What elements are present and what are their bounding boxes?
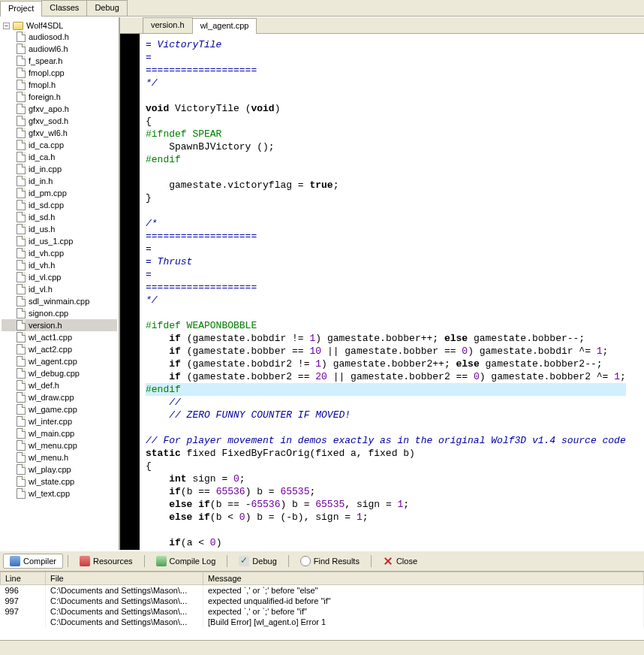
file-label: fmopl.h	[29, 80, 56, 89]
col-message[interactable]: Message	[203, 572, 644, 585]
file-item[interactable]: id_ca.h	[2, 151, 117, 163]
file-label: wl_debug.cpp	[29, 369, 80, 378]
file-label: version.h	[29, 321, 62, 330]
file-icon	[17, 164, 26, 174]
file-item[interactable]: wl_draw.cpp	[2, 391, 117, 403]
file-label: audiowl6.h	[29, 44, 68, 53]
file-item[interactable]: f_spear.h	[2, 55, 117, 67]
file-icon	[17, 404, 26, 415]
error-panel[interactable]: Line File Message 996C:\Documents and Se…	[0, 571, 644, 640]
tab-classes[interactable]: Classes	[41, 0, 87, 16]
file-item[interactable]: id_us.h	[2, 223, 117, 235]
file-item[interactable]: gfxv_sod.h	[2, 115, 117, 127]
file-item[interactable]: audiowl6.h	[2, 43, 117, 55]
file-icon	[17, 344, 26, 355]
file-label: wl_def.h	[29, 381, 59, 390]
file-item[interactable]: wl_menu.h	[2, 451, 117, 463]
file-item[interactable]: wl_game.cpp	[2, 403, 117, 415]
col-line[interactable]: Line	[1, 572, 46, 585]
file-item[interactable]: id_vh.cpp	[2, 247, 117, 259]
code-content[interactable]: = VictoryTile = =================== */ v…	[140, 34, 629, 550]
file-item[interactable]: wl_def.h	[2, 379, 117, 391]
table-row[interactable]: 997C:\Documents and Settings\Mason\...ex…	[1, 596, 644, 606]
file-item[interactable]: wl_menu.cpp	[2, 439, 117, 451]
file-item[interactable]: id_sd.h	[2, 211, 117, 223]
cell-line	[1, 617, 46, 627]
file-icon	[17, 368, 26, 379]
tab-project[interactable]: Project	[0, 1, 42, 17]
file-item[interactable]: fmopl.h	[2, 79, 117, 91]
file-item[interactable]: wl_main.cpp	[2, 427, 117, 439]
table-row[interactable]: 997C:\Documents and Settings\Mason\...ex…	[1, 606, 644, 617]
file-label: wl_game.cpp	[29, 405, 77, 414]
cell-line: 997	[1, 596, 46, 606]
file-item[interactable]: id_vh.h	[2, 259, 117, 271]
tab-close[interactable]: Close	[376, 554, 424, 569]
file-label: id_ca.h	[29, 152, 55, 161]
file-label: id_sd.h	[29, 213, 55, 222]
file-icon	[17, 200, 26, 210]
file-item[interactable]: wl_act2.cpp	[2, 343, 117, 355]
file-item[interactable]: wl_play.cpp	[2, 463, 117, 475]
file-item[interactable]: id_vl.h	[2, 283, 117, 295]
file-item[interactable]: version.h	[2, 319, 117, 331]
file-item[interactable]: gfxv_wl6.h	[2, 127, 117, 139]
file-item[interactable]: wl_debug.cpp	[2, 367, 117, 379]
tab-bottom-debug[interactable]: Debug	[232, 554, 283, 569]
tab-compiler[interactable]: Compiler	[3, 554, 63, 569]
file-item[interactable]: wl_text.cpp	[2, 487, 117, 500]
file-item[interactable]: id_in.h	[2, 175, 117, 187]
file-item[interactable]: foreign.h	[2, 91, 117, 103]
file-icon	[17, 56, 26, 66]
file-item[interactable]: id_vl.cpp	[2, 271, 117, 283]
table-row[interactable]: C:\Documents and Settings\Mason\...[Buil…	[1, 617, 644, 627]
file-icon	[17, 416, 26, 427]
code-editor[interactable]: = VictoryTile = =================== */ v…	[120, 34, 644, 550]
editor-tab-version[interactable]: version.h	[143, 17, 193, 33]
tab-resources[interactable]: Resources	[73, 554, 140, 569]
file-item[interactable]: id_ca.cpp	[2, 139, 117, 151]
file-icon	[17, 80, 26, 90]
cell-file: C:\Documents and Settings\Mason\...	[46, 585, 203, 596]
file-icon	[17, 224, 26, 234]
tab-debug-label: Debug	[252, 557, 276, 566]
cell-msg: expected unqualified-id before "if"	[203, 596, 644, 606]
table-row[interactable]: 996C:\Documents and Settings\Mason\...ex…	[1, 585, 644, 596]
file-icon	[17, 32, 26, 42]
file-item[interactable]: audiosod.h	[2, 31, 117, 43]
tab-resources-label: Resources	[93, 557, 133, 566]
file-item[interactable]: id_in.cpp	[2, 163, 117, 175]
tab-debug[interactable]: Debug	[86, 0, 127, 16]
tab-compile-log[interactable]: Compile Log	[149, 554, 223, 569]
file-label: id_vl.cpp	[29, 273, 61, 282]
collapse-icon[interactable]: −	[3, 23, 10, 29]
col-file[interactable]: File	[46, 572, 203, 585]
file-item[interactable]: wl_act1.cpp	[2, 331, 117, 343]
file-icon	[17, 356, 26, 367]
editor-tab-wlagent[interactable]: wl_agent.cpp	[192, 18, 257, 34]
file-item[interactable]: id_pm.cpp	[2, 187, 117, 199]
status-bar	[0, 640, 644, 655]
file-label: gfxv_apo.h	[29, 104, 69, 113]
tab-find-results[interactable]: Find Results	[293, 554, 366, 569]
file-label: id_us_1.cpp	[29, 237, 73, 246]
file-icon	[17, 92, 26, 102]
file-item[interactable]: wl_state.cpp	[2, 475, 117, 487]
cell-msg: expected `,' or `;' before "else"	[203, 585, 644, 596]
file-icon	[17, 188, 26, 198]
file-item[interactable]: fmopl.cpp	[2, 67, 117, 79]
sidebar-tab-bar: Project Classes Debug	[0, 0, 644, 17]
file-item[interactable]: wl_inter.cpp	[2, 415, 117, 427]
file-icon	[17, 116, 26, 126]
file-item[interactable]: wl_agent.cpp	[2, 355, 117, 367]
file-item[interactable]: id_sd.cpp	[2, 199, 117, 211]
file-icon	[17, 308, 26, 318]
project-tree[interactable]: − Wolf4SDL audiosod.haudiowl6.hf_spear.h…	[0, 17, 120, 550]
file-label: gfxv_sod.h	[29, 116, 68, 125]
file-item[interactable]: signon.cpp	[2, 307, 117, 319]
file-item[interactable]: gfxv_apo.h	[2, 103, 117, 115]
file-label: id_us.h	[29, 225, 55, 234]
project-root[interactable]: − Wolf4SDL	[2, 20, 117, 31]
file-item[interactable]: sdl_winmain.cpp	[2, 295, 117, 307]
file-item[interactable]: id_us_1.cpp	[2, 235, 117, 247]
